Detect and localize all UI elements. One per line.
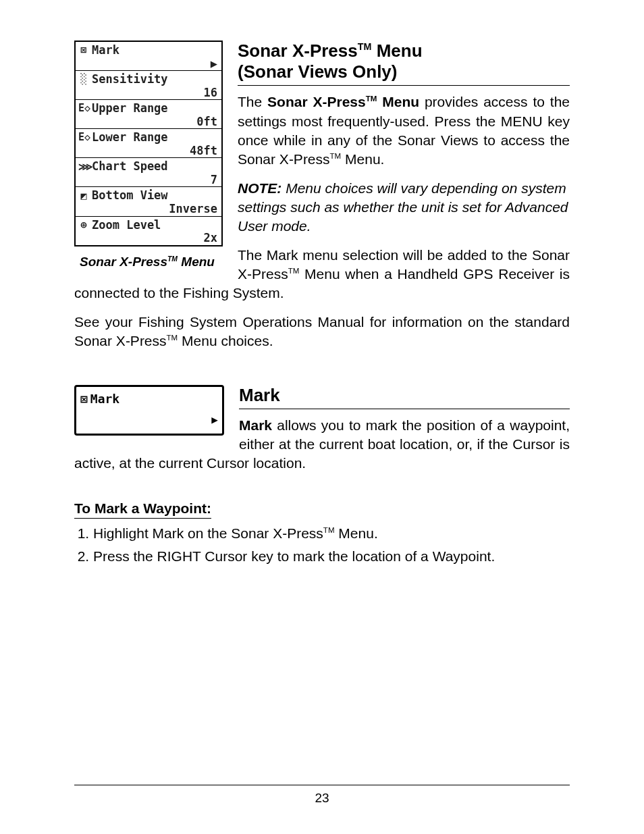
zoom-level-icon: ⊕ — [78, 219, 89, 231]
section1-rule — [238, 85, 570, 86]
menu-item-value: 48ft — [190, 145, 219, 158]
p1-lead: Mark — [239, 417, 272, 433]
trademark-symbol: TM — [167, 255, 178, 262]
menu-item: E◇Lower Range48ft — [76, 129, 221, 158]
trademark-symbol: TM — [366, 95, 377, 103]
sensitivity-icon: ░ — [78, 74, 89, 85]
section1-p3: See your Fishing System Operations Manua… — [74, 313, 570, 351]
sonar-menu: ⊠Mark▶░Sensitivity16E◇Upper Range0ftE◇Lo… — [74, 41, 223, 246]
menu-item-value: 16 — [204, 86, 219, 100]
trademark-symbol: TM — [288, 267, 300, 275]
title-line1-prefix: Sonar X-Press — [238, 41, 358, 61]
waypoint-subhead: To Mark a Waypoint: — [74, 499, 211, 519]
menu-item-label: Sensitivity — [92, 73, 168, 86]
lower-range-icon: E◇ — [78, 132, 89, 143]
upper-range-icon: E◇ — [78, 103, 89, 114]
trademark-symbol: TM — [167, 334, 178, 342]
menu-item: ⊠Mark▶ — [76, 42, 221, 71]
menu-item-value: 7 — [211, 174, 219, 187]
menu-item-label: Lower Range — [92, 131, 168, 145]
mark-figure: ⊠ Mark ▶ — [74, 385, 224, 436]
trademark-symbol: TM — [358, 41, 372, 52]
menu-item-value: 2x — [204, 232, 219, 245]
mark-label: Mark — [90, 391, 119, 407]
menu-caption: Sonar X-PressTM Menu — [74, 253, 220, 271]
menu-item-value: Inverse — [169, 203, 219, 216]
menu-item-label: Bottom View — [92, 189, 168, 203]
caption-prefix: Sonar X-Press — [80, 255, 167, 269]
caption-suffix: Menu — [178, 255, 215, 269]
menu-item: ◩Bottom ViewInverse — [76, 187, 221, 216]
menu-item-value: ▶ — [211, 57, 219, 71]
mark-figure-block: ⊠ Mark ▶ — [74, 381, 224, 436]
menu-screenshot-block: ⊠Mark▶░Sensitivity16E◇Upper Range0ftE◇Lo… — [74, 41, 223, 270]
trademark-symbol: TM — [323, 526, 335, 534]
page-footer: 23 — [74, 785, 570, 807]
menu-item-value: 0ft — [196, 115, 219, 129]
title-line2: (Sonar Views Only) — [238, 61, 397, 82]
menu-item: ⊕Zoom Level2x — [76, 217, 221, 245]
menu-item-label: Mark — [92, 44, 119, 57]
menu-item-label: Upper Range — [92, 102, 168, 115]
bottom-view-icon: ◩ — [78, 190, 89, 202]
chart-speed-icon: ⋙ — [78, 161, 89, 173]
note-body: Menu choices will vary depending on syst… — [238, 180, 568, 234]
section2-rule — [239, 409, 570, 409]
menu-item: ⋙Chart Speed7 — [76, 158, 221, 187]
title-line1-suffix: Menu — [371, 41, 422, 61]
mark-icon: ⊠ — [80, 391, 88, 407]
p1-lead: Sonar X-PressTM Menu — [267, 94, 419, 109]
step-item: Press the RIGHT Cursor key to mark the l… — [93, 547, 570, 566]
page-number: 23 — [315, 791, 329, 805]
note-lead: NOTE: — [238, 180, 281, 196]
menu-item-label: Chart Speed — [92, 160, 168, 174]
menu-item-label: Zoom Level — [92, 219, 161, 232]
menu-item: ░Sensitivity16 — [76, 71, 221, 100]
steps-list: Highlight Mark on the Sonar X-PressTM Me… — [93, 524, 570, 567]
trademark-symbol: TM — [330, 152, 342, 160]
step-item: Highlight Mark on the Sonar X-PressTM Me… — [93, 524, 570, 543]
menu-item: E◇Upper Range0ft — [76, 100, 221, 129]
mark-arrow: ▶ — [80, 413, 218, 427]
mark-icon: ⊠ — [78, 45, 89, 56]
